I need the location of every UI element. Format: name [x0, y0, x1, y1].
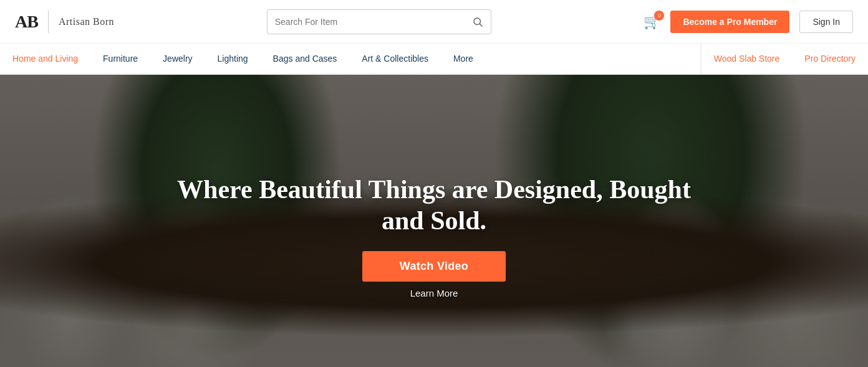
hero-section: Where Beautiful Things are Designed, Bou… — [0, 75, 868, 367]
become-pro-button[interactable]: Become a Pro Member — [670, 11, 789, 33]
search-bar — [267, 9, 491, 34]
svg-line-1 — [480, 24, 482, 26]
nav-item-furniture[interactable]: Furniture — [90, 44, 150, 74]
cart-icon[interactable]: 🛒 0 — [644, 14, 660, 30]
search-button[interactable] — [472, 16, 483, 27]
logo[interactable]: AB Artisan Born — [15, 11, 114, 33]
hero-buttons: Watch Video Learn More — [362, 251, 506, 298]
cart-badge: 0 — [654, 11, 664, 21]
nav-item-pro-directory[interactable]: Pro Directory — [792, 44, 868, 74]
nav-item-bags[interactable]: Bags and Cases — [261, 44, 350, 74]
site-header: AB Artisan Born 🛒 0 Become a Pro Member … — [0, 0, 868, 44]
logo-divider — [48, 11, 49, 33]
main-nav: Home and Living Furniture Jewelry Lighti… — [0, 44, 868, 75]
watch-video-button[interactable]: Watch Video — [362, 251, 506, 282]
search-input[interactable] — [275, 17, 472, 27]
nav-item-wood-slab[interactable]: Wood Slab Store — [702, 44, 793, 74]
svg-point-0 — [474, 18, 481, 25]
hero-title: Where Beautiful Things are Designed, Bou… — [153, 174, 715, 237]
nav-main: Home and Living Furniture Jewelry Lighti… — [0, 44, 700, 74]
nav-item-jewelry[interactable]: Jewelry — [150, 44, 205, 74]
hero-content: Where Beautiful Things are Designed, Bou… — [0, 75, 868, 367]
sign-in-button[interactable]: Sign In — [799, 11, 853, 33]
nav-item-art[interactable]: Art & Collectibles — [349, 44, 441, 74]
nav-item-lighting[interactable]: Lighting — [205, 44, 261, 74]
logo-letters: AB — [15, 12, 38, 32]
search-icon — [472, 16, 483, 27]
nav-item-more[interactable]: More — [441, 44, 486, 74]
logo-name: Artisan Born — [59, 16, 114, 27]
header-right: 🛒 0 Become a Pro Member Sign In — [644, 11, 853, 33]
nav-item-home-living[interactable]: Home and Living — [0, 44, 90, 74]
learn-more-button[interactable]: Learn More — [410, 288, 458, 298]
nav-secondary: Wood Slab Store Pro Directory — [700, 44, 868, 74]
